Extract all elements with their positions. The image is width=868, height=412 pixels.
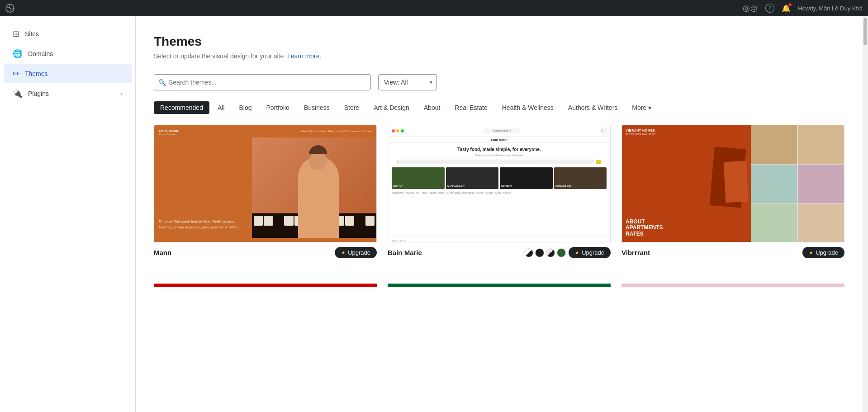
swatch-2[interactable] <box>535 248 544 257</box>
theme-name-bain-marie: Bain Marie <box>388 249 422 256</box>
swatch-1[interactable] <box>524 248 533 257</box>
color-swatches-bain-marie <box>524 248 566 257</box>
tab-real-estate[interactable]: Real Estate <box>448 101 493 114</box>
tab-all[interactable]: All <box>211 101 231 114</box>
tab-store[interactable]: Store <box>338 101 365 114</box>
content-area: Themes Select or update the visual desig… <box>136 16 863 412</box>
plugins-icon: 🔌 <box>13 89 23 99</box>
sidebar-item-sites[interactable]: ⊞ Sites <box>4 24 132 43</box>
bar-red <box>154 284 377 287</box>
main-layout: ⊞ Sites 🌐 Domains ✏ Themes 🔌 Plugins › T… <box>0 16 868 412</box>
star-icon: ★ <box>809 250 813 256</box>
star-icon: ★ <box>575 250 579 256</box>
sidebar-item-themes[interactable]: ✏ Themes <box>4 64 132 83</box>
topbar: ◎◎ ? 🔔 Howdy, Mân Lê Duy Khá <box>0 0 868 16</box>
themes-grid: Heidi Mann Piano Teacher About MeLocatio… <box>154 125 844 284</box>
theme-preview-vibrrrant: VIBRANT HOMES Be more boring. Never tren… <box>621 125 844 242</box>
sidebar-item-domains[interactable]: 🌐 Domains <box>4 44 132 63</box>
chevron-down-icon: ▾ <box>648 104 651 111</box>
search-icon: 🔍 <box>158 79 166 86</box>
sidebar-item-label: Domains <box>28 50 53 57</box>
bain-marie-controls: ★ Upgrade <box>524 247 611 258</box>
tab-about[interactable]: About <box>417 101 447 114</box>
theme-card-mann[interactable]: Heidi Mann Piano Teacher About MeLocatio… <box>154 125 377 265</box>
bar-pink <box>621 284 844 287</box>
theme-card-vibrrrant[interactable]: VIBRANT HOMES Be more boring. Never tren… <box>621 125 844 265</box>
topbar-user[interactable]: Howdy, Mân Lê Duy Khá <box>798 5 863 12</box>
bottom-color-bars <box>154 284 844 287</box>
tab-more[interactable]: More ▾ <box>626 101 658 114</box>
sidebar-item-label: Sites <box>25 30 39 38</box>
theme-preview-bain-marie: bainmarie.com ↻ Bain Marie Tasty food, m… <box>388 125 611 242</box>
upgrade-button-mann[interactable]: ★ Upgrade <box>335 247 377 258</box>
swatch-4[interactable] <box>557 248 566 257</box>
page-header: Themes Select or update the visual desig… <box>154 34 844 60</box>
upgrade-button-vibrrrant[interactable]: ★ Upgrade <box>802 247 844 258</box>
theme-name-mann: Mann <box>154 249 171 256</box>
upgrade-button-bain-marie[interactable]: ★ Upgrade <box>569 247 611 258</box>
themes-icon: ✏ <box>13 69 19 79</box>
view-select-wrapper: View: All ▾ <box>378 74 437 90</box>
bar-green <box>388 284 611 287</box>
tab-recommended[interactable]: Recommended <box>154 101 209 114</box>
swatch-3[interactable] <box>546 248 555 257</box>
scrollbar-thumb[interactable] <box>863 18 867 45</box>
domains-icon: 🌐 <box>13 49 23 59</box>
theme-card-bain-marie[interactable]: bainmarie.com ↻ Bain Marie Tasty food, m… <box>388 125 611 265</box>
search-wrapper: 🔍 <box>154 74 371 90</box>
notification-dot <box>788 3 792 6</box>
tab-authors-writers[interactable]: Authors & Writers <box>562 101 624 114</box>
theme-info-mann: Mann ★ Upgrade <box>154 242 377 265</box>
tab-business[interactable]: Business <box>298 101 336 114</box>
tab-portfolio[interactable]: Portfolio <box>260 101 296 114</box>
topbar-right: ◎◎ ? 🔔 Howdy, Mân Lê Duy Khá <box>743 3 863 13</box>
sidebar-item-plugins[interactable]: 🔌 Plugins › <box>4 84 132 103</box>
sidebar: ⊞ Sites 🌐 Domains ✏ Themes 🔌 Plugins › <box>0 16 136 412</box>
filter-tabs: Recommended All Blog Portfolio Business … <box>154 101 844 114</box>
theme-preview-mann: Heidi Mann Piano Teacher About MeLocatio… <box>154 125 377 242</box>
wordpress-logo-icon[interactable] <box>5 4 14 13</box>
sites-icon: ⊞ <box>13 29 19 39</box>
tab-health-wellness[interactable]: Health & Wellness <box>496 101 560 114</box>
glasses-icon[interactable]: ◎◎ <box>743 3 758 13</box>
controls-bar: 🔍 View: All ▾ <box>154 74 844 90</box>
page-subtitle: Select or update the visual design for y… <box>154 52 844 60</box>
star-icon: ★ <box>341 250 346 256</box>
tab-blog[interactable]: Blog <box>233 101 258 114</box>
chevron-right-icon: › <box>121 90 123 97</box>
right-scrollbar[interactable] <box>863 16 868 412</box>
learn-more-link[interactable]: Learn more. <box>287 52 321 60</box>
tab-art-design[interactable]: Art & Design <box>367 101 416 114</box>
theme-info-vibrrrant: Vibrrrant ★ Upgrade <box>621 242 844 265</box>
sidebar-item-label: Themes <box>25 70 48 77</box>
search-input[interactable] <box>154 74 371 90</box>
notification-icon[interactable]: 🔔 <box>782 4 791 13</box>
page-title: Themes <box>154 34 844 49</box>
sidebar-item-label: Plugins <box>28 90 49 97</box>
view-select[interactable]: View: All <box>378 74 437 90</box>
topbar-left <box>5 4 14 13</box>
help-icon[interactable]: ? <box>765 4 774 13</box>
theme-name-vibrrrant: Vibrrrant <box>621 249 650 256</box>
theme-info-bain-marie: Bain Marie ★ Upgrade <box>388 242 611 265</box>
